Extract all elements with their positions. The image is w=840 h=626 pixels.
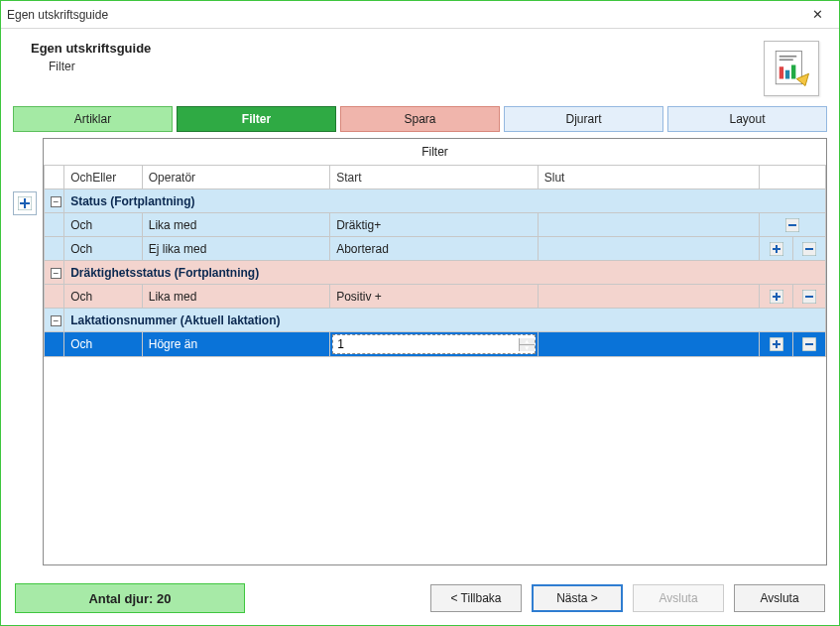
col-expand-header — [45, 166, 64, 189]
plus-icon — [770, 337, 783, 351]
slut-cell[interactable] — [538, 332, 760, 357]
col-ocheller-header[interactable]: OchEller — [64, 166, 143, 189]
row-remove-button[interactable] — [792, 237, 825, 260]
operator-cell[interactable]: Lika med — [142, 213, 329, 237]
row-remove-button[interactable] — [792, 285, 825, 308]
row-remove-button[interactable] — [792, 332, 825, 356]
app-window: Egen utskriftsguide ✕ Egen utskriftsguid… — [0, 0, 840, 626]
row-add-button[interactable] — [760, 237, 791, 260]
table-row[interactable]: OchHögre än▲▼ — [45, 332, 826, 357]
tab-filter[interactable]: Filter — [177, 106, 336, 132]
window-title: Egen utskriftsguide — [7, 8, 801, 22]
header: Egen utskriftsguide Filter — [1, 29, 839, 106]
minus-icon — [802, 242, 816, 256]
finish-button-disabled: Avsluta — [633, 584, 724, 612]
content-pane: Filter OchEller Operatör Start Slut — [13, 138, 827, 565]
row-add-button[interactable] — [760, 332, 791, 356]
row-actions — [760, 237, 825, 260]
spin-up-icon[interactable]: ▲ — [520, 338, 535, 345]
ocheller-cell[interactable]: Och — [64, 332, 143, 357]
minus-icon — [785, 218, 799, 232]
group-label: Dräktighetsstatus (Fortplantning) — [64, 261, 826, 285]
footer: Antal djur: 20 < Tillbaka Nästa > Avslut… — [1, 573, 839, 625]
actions-cell — [760, 285, 826, 309]
header-text: Egen utskriftsguide Filter — [31, 41, 764, 73]
row-add-button[interactable] — [760, 285, 791, 308]
expand-cell[interactable]: − — [45, 261, 64, 285]
table-row[interactable]: OchEj lika medAborterad — [45, 237, 826, 261]
operator-cell[interactable]: Ej lika med — [142, 237, 329, 261]
actions-cell — [760, 332, 826, 357]
close-icon: ✕ — [812, 7, 823, 22]
count-badge: Antal djur: 20 — [15, 583, 245, 613]
plus-icon — [770, 290, 783, 304]
filter-grid: Filter OchEller Operatör Start Slut — [43, 138, 827, 565]
titlebar: Egen utskriftsguide ✕ — [1, 1, 839, 29]
nav-tabs: Artiklar Filter Spara Djurart Layout — [1, 106, 839, 138]
number-spinner[interactable]: ▲▼ — [519, 338, 535, 351]
start-cell[interactable]: Aborterad — [330, 237, 539, 261]
tab-layout[interactable]: Layout — [667, 106, 827, 132]
expand-cell — [45, 237, 64, 261]
group-row[interactable]: −Status (Fortplantning) — [45, 189, 826, 213]
tab-djurart[interactable]: Djurart — [504, 106, 663, 132]
col-operator-header[interactable]: Operatör — [142, 166, 329, 189]
next-button[interactable]: Nästa > — [532, 584, 623, 612]
minus-icon — [802, 290, 816, 304]
expand-cell — [45, 332, 64, 357]
col-actions-header — [760, 166, 826, 189]
start-cell[interactable]: Positiv + — [330, 285, 539, 309]
plus-icon — [770, 242, 783, 256]
col-slut-header[interactable]: Slut — [538, 166, 760, 189]
expand-cell[interactable]: − — [45, 309, 64, 332]
report-icon — [764, 41, 819, 96]
operator-cell[interactable]: Lika med — [142, 285, 329, 309]
plus-icon — [18, 196, 32, 210]
start-cell[interactable]: ▲▼ — [330, 332, 539, 357]
expand-cell[interactable]: − — [45, 189, 64, 213]
start-cell[interactable]: Dräktig+ — [330, 213, 539, 237]
row-actions — [760, 332, 825, 356]
collapse-icon: − — [51, 268, 61, 279]
expand-cell — [45, 213, 64, 237]
table-row[interactable]: OchLika medDräktig+ — [45, 213, 826, 237]
grid-title: Filter — [44, 139, 826, 165]
row-remove-button[interactable] — [760, 213, 825, 236]
start-input-wrap[interactable]: ▲▼ — [332, 334, 536, 354]
slut-cell[interactable] — [538, 237, 760, 261]
ocheller-cell[interactable]: Och — [64, 213, 143, 237]
slut-cell[interactable] — [538, 285, 760, 309]
row-actions — [760, 213, 825, 236]
ocheller-cell[interactable]: Och — [64, 237, 143, 261]
finish-button[interactable]: Avsluta — [734, 584, 825, 612]
start-input[interactable] — [333, 337, 519, 351]
spin-down-icon[interactable]: ▼ — [520, 345, 535, 351]
header-subtitle: Filter — [31, 60, 764, 73]
collapse-icon: − — [51, 196, 61, 207]
ocheller-cell[interactable]: Och — [64, 285, 143, 309]
minus-icon — [802, 337, 816, 351]
operator-cell[interactable]: Högre än — [142, 332, 329, 357]
expand-cell — [45, 285, 64, 309]
col-start-header[interactable]: Start — [330, 166, 539, 189]
svg-rect-5 — [791, 65, 795, 79]
back-button[interactable]: < Tillbaka — [430, 584, 522, 612]
svg-rect-4 — [785, 70, 789, 79]
table-row[interactable]: OchLika medPositiv + — [45, 285, 826, 309]
group-row[interactable]: −Dräktighetsstatus (Fortplantning) — [45, 261, 826, 285]
slut-cell[interactable] — [538, 213, 760, 237]
tab-spara[interactable]: Spara — [340, 106, 500, 132]
tab-artiklar[interactable]: Artiklar — [13, 106, 173, 132]
svg-rect-3 — [780, 66, 783, 78]
group-label: Laktationsnummer (Aktuell laktation) — [64, 309, 826, 332]
add-filter-button[interactable] — [13, 191, 37, 215]
actions-cell — [760, 237, 826, 261]
header-title: Egen utskriftsguide — [31, 41, 764, 56]
actions-cell — [760, 213, 826, 237]
group-row[interactable]: −Laktationsnummer (Aktuell laktation) — [45, 309, 826, 332]
collapse-icon: − — [51, 315, 61, 326]
close-button[interactable]: ✕ — [801, 4, 833, 26]
group-label: Status (Fortplantning) — [64, 189, 826, 213]
row-actions — [760, 285, 825, 308]
table-header-row: OchEller Operatör Start Slut — [45, 166, 826, 189]
